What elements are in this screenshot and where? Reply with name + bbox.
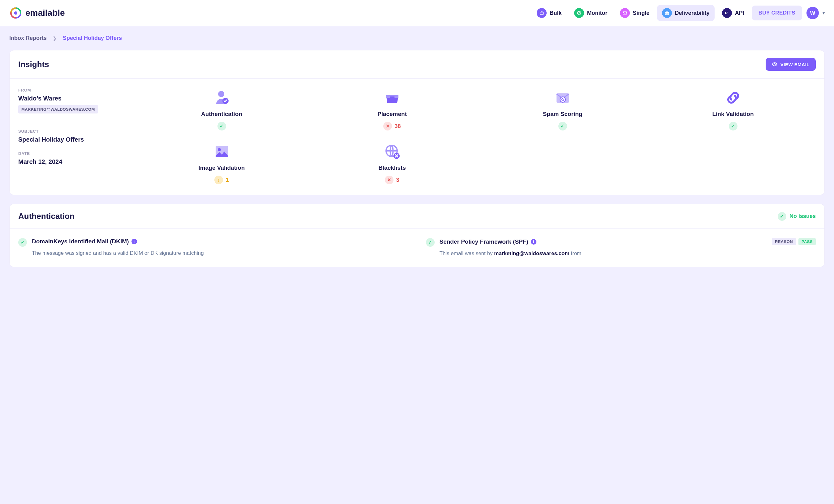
tile-placement-count: 38 <box>394 123 401 130</box>
spf-title: Sender Policy Framework (SPF) i REASON P… <box>440 238 816 245</box>
link-icon <box>724 89 742 106</box>
check-icon: ✓ <box>729 122 738 131</box>
deliverability-icon <box>662 8 672 18</box>
chevron-right-icon: ❯ <box>53 36 57 41</box>
nav-monitor-label: Monitor <box>587 10 608 16</box>
authentication-card-head: Authentication ✓ No issues <box>9 204 825 229</box>
image-icon <box>213 143 231 160</box>
spam-mail-icon <box>554 89 571 106</box>
logo-text: emailable <box>25 8 65 18</box>
from-label: FROM <box>18 88 121 92</box>
account-menu[interactable]: W ▾ <box>807 7 825 19</box>
view-email-button[interactable]: VIEW EMAIL <box>766 58 816 71</box>
tile-spam-status: ✓ <box>558 122 567 131</box>
nav-deliverability[interactable]: Deliverability <box>657 5 715 21</box>
breadcrumb: Inbox Reports ❯ Special Holiday Offers <box>9 35 825 41</box>
logo[interactable]: emailable <box>9 6 65 20</box>
insights-card: Insights VIEW EMAIL FROM Waldo's Wares M… <box>9 50 825 195</box>
svg-rect-2 <box>540 12 543 15</box>
view-email-label: VIEW EMAIL <box>781 62 810 67</box>
x-icon: ✕ <box>385 176 394 184</box>
from-email: MARKETING@WALDOSWARES.COM <box>18 105 98 113</box>
check-icon: ✓ <box>18 238 27 247</box>
tile-placement-status: ✕ 38 <box>383 122 401 131</box>
tile-authentication-status: ✓ <box>218 122 226 131</box>
info-icon[interactable]: i <box>531 239 536 245</box>
warning-icon: ! <box>214 176 223 184</box>
meta-date: DATE March 12, 2024 <box>18 151 121 165</box>
tile-placement[interactable]: Placement ✕ 38 <box>310 89 474 131</box>
svg-point-1 <box>14 12 18 15</box>
date-value: March 12, 2024 <box>18 158 121 165</box>
nav-api[interactable]: API <box>717 5 749 21</box>
svg-rect-3 <box>623 12 627 14</box>
authentication-card: Authentication ✓ No issues ✓ DomainKeys … <box>9 204 825 267</box>
check-icon: ✓ <box>218 122 226 131</box>
dkim-title: DomainKeys Identified Mail (DKIM) i <box>32 238 204 245</box>
meta-from: FROM Waldo's Wares MARKETING@WALDOSWARES… <box>18 88 121 121</box>
top-header: emailable Bulk Monitor Single Deliverabi… <box>0 0 834 26</box>
reason-badge: REASON <box>772 238 796 245</box>
monitor-icon <box>574 8 584 18</box>
info-icon[interactable]: i <box>131 239 137 244</box>
svg-point-4 <box>774 64 775 65</box>
tile-link-label: Link Validation <box>712 111 753 117</box>
nav-monitor[interactable]: Monitor <box>569 5 613 21</box>
authentication-status: ✓ No issues <box>778 212 816 221</box>
breadcrumb-current[interactable]: Special Holiday Offers <box>63 35 122 41</box>
main-nav: Bulk Monitor Single Deliverability API <box>532 5 825 21</box>
pass-badge: PASS <box>798 238 816 245</box>
svg-point-5 <box>218 91 224 97</box>
buy-credits-button[interactable]: BUY CREDITS <box>752 5 802 20</box>
tile-image-label: Image Validation <box>199 164 245 171</box>
dkim-description: The message was signed and has a valid D… <box>32 249 204 257</box>
nav-bulk[interactable]: Bulk <box>532 5 567 21</box>
tile-image-count: 1 <box>225 177 228 183</box>
x-icon: ✕ <box>383 122 392 131</box>
insights-card-head: Insights VIEW EMAIL <box>9 50 825 78</box>
tile-link-status: ✓ <box>729 122 738 131</box>
tile-image-validation[interactable]: Image Validation ! 1 <box>139 143 304 184</box>
tile-placement-label: Placement <box>377 111 407 117</box>
nav-api-label: API <box>735 10 744 16</box>
person-check-icon <box>213 89 231 106</box>
subject-label: SUBJECT <box>18 129 121 134</box>
check-icon: ✓ <box>426 238 435 247</box>
tile-blacklists-count: 3 <box>396 177 399 183</box>
avatar: W <box>807 7 819 19</box>
nav-single[interactable]: Single <box>615 5 655 21</box>
insights-body: FROM Waldo's Wares MARKETING@WALDOSWARES… <box>9 78 825 195</box>
nav-deliverability-label: Deliverability <box>675 10 710 16</box>
chevron-down-icon: ▾ <box>822 10 825 16</box>
spf-section: ✓ Sender Policy Framework (SPF) i REASON… <box>417 229 825 267</box>
subject-value: Special Holiday Offers <box>18 136 121 143</box>
tile-authentication-label: Authentication <box>201 111 242 117</box>
svg-rect-7 <box>390 96 395 98</box>
svg-point-12 <box>218 148 221 151</box>
insights-meta: FROM Waldo's Wares MARKETING@WALDOSWARES… <box>9 78 130 195</box>
from-name: Waldo's Wares <box>18 95 121 102</box>
tile-image-status: ! 1 <box>214 176 228 184</box>
eye-icon <box>772 62 777 67</box>
dkim-section: ✓ DomainKeys Identified Mail (DKIM) i Th… <box>9 229 417 267</box>
spf-badges: REASON PASS <box>772 238 816 245</box>
tile-blacklists[interactable]: Blacklists ✕ 3 <box>310 143 474 184</box>
globe-x-icon <box>383 143 401 160</box>
check-icon: ✓ <box>778 212 786 221</box>
api-icon <box>722 8 732 18</box>
page-content: Inbox Reports ❯ Special Holiday Offers I… <box>0 26 834 284</box>
insights-tiles: Authentication ✓ Placement ✕ 38 <box>130 78 825 195</box>
check-icon: ✓ <box>558 122 567 131</box>
spf-description: This email was sent by marketing@waldosw… <box>440 250 816 257</box>
meta-subject: SUBJECT Special Holiday Offers <box>18 129 121 143</box>
tile-spam-scoring[interactable]: Spam Scoring ✓ <box>480 89 645 131</box>
breadcrumb-root[interactable]: Inbox Reports <box>9 35 47 41</box>
date-label: DATE <box>18 151 121 156</box>
tile-link-validation[interactable]: Link Validation ✓ <box>651 89 815 131</box>
tile-authentication[interactable]: Authentication ✓ <box>139 89 304 131</box>
single-icon <box>620 8 630 18</box>
nav-single-label: Single <box>633 10 650 16</box>
logo-swirl-icon <box>9 6 22 20</box>
tile-spam-label: Spam Scoring <box>543 111 583 117</box>
nav-bulk-label: Bulk <box>550 10 562 16</box>
